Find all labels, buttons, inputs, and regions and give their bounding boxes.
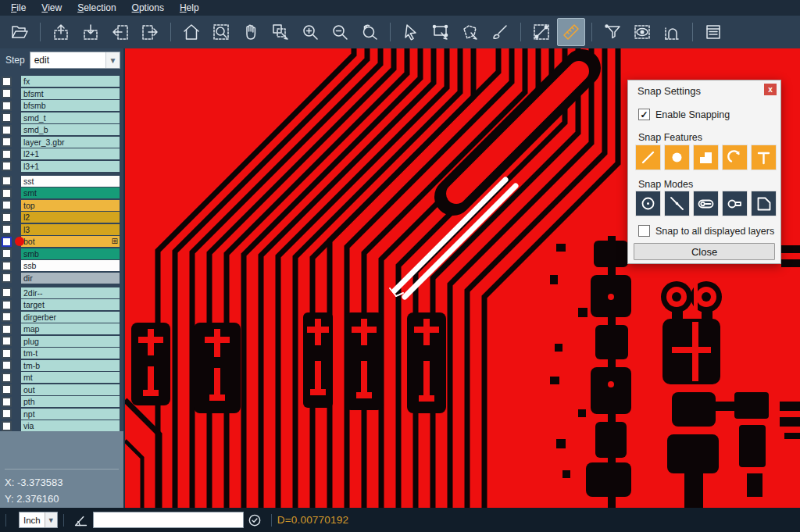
layer-row-bfsmb[interactable]: bfsmb xyxy=(2,100,120,111)
layer-row-l2[interactable]: l2 xyxy=(2,212,120,223)
layer-visibility-checkbox[interactable] xyxy=(2,300,12,310)
home-view-icon[interactable] xyxy=(177,18,205,46)
layers-panel-icon[interactable] xyxy=(699,18,727,46)
ruler-icon[interactable] xyxy=(557,18,585,46)
layer-visibility-checkbox[interactable] xyxy=(2,261,12,271)
layer-visibility-checkbox[interactable] xyxy=(2,248,12,259)
layer-row-tm-t[interactable]: tm-t xyxy=(2,348,120,359)
layer-visibility-checkbox[interactable] xyxy=(2,312,12,322)
layer-visibility-checkbox[interactable] xyxy=(2,336,12,346)
snap-all-layers-checkbox[interactable] xyxy=(638,225,650,237)
layer-visibility-checkbox[interactable] xyxy=(2,149,12,159)
layer-row-tm-b[interactable]: tm-b xyxy=(2,360,120,371)
sync-check-icon[interactable] xyxy=(247,512,262,528)
matrix-grid-icon[interactable]: ⊞ xyxy=(112,236,120,247)
menu-options[interactable]: Options xyxy=(124,0,172,16)
layer-row-bfsmt[interactable]: bfsmt xyxy=(2,88,120,99)
select-polygon-icon[interactable] xyxy=(456,18,484,46)
zoom-out-icon[interactable] xyxy=(326,18,354,46)
snap-mode-midpoint-icon[interactable] xyxy=(664,191,690,216)
layer-visibility-checkbox[interactable] xyxy=(2,409,12,419)
chevron-down-icon[interactable]: ▼ xyxy=(45,512,57,527)
layer-row-npt[interactable]: npt xyxy=(2,409,120,420)
select-cursor-icon[interactable] xyxy=(397,18,425,46)
snap-feature-circle-icon[interactable] xyxy=(664,145,690,170)
layer-row-smd_t[interactable]: smd_t xyxy=(2,112,120,123)
layer-row-target[interactable]: target xyxy=(2,299,120,310)
layer-row-l3[interactable]: l3 xyxy=(2,224,120,235)
snap-mode-pad-slot-icon[interactable] xyxy=(693,191,719,216)
layer-visibility-checkbox[interactable] xyxy=(2,224,12,234)
menu-view[interactable]: View xyxy=(34,0,70,16)
zoom-object-icon[interactable] xyxy=(266,18,295,46)
layer-row-l3+1[interactable]: l3+1 xyxy=(2,161,120,172)
export-left-icon[interactable] xyxy=(106,18,134,46)
layer-row-dir[interactable]: dir xyxy=(2,273,120,284)
layer-row-mt[interactable]: mt xyxy=(2,372,120,383)
layer-visibility-checkbox[interactable] xyxy=(2,324,12,334)
zoom-in-icon[interactable] xyxy=(296,18,324,46)
layer-visibility-checkbox[interactable] xyxy=(2,287,12,298)
layer-visibility-checkbox[interactable] xyxy=(2,348,12,359)
layer-row-map[interactable]: map xyxy=(2,323,120,334)
import-up-icon[interactable] xyxy=(47,18,75,46)
angle-icon[interactable] xyxy=(73,512,90,529)
unit-dropdown[interactable]: Inch ▼ xyxy=(19,512,58,528)
layer-row-pth[interactable]: pth xyxy=(2,396,120,407)
layer-row-smd_b[interactable]: smd_b xyxy=(2,124,120,135)
import-down-icon[interactable] xyxy=(77,18,105,46)
layer-visibility-checkbox[interactable] xyxy=(2,112,12,123)
menu-help[interactable]: Help xyxy=(172,0,207,16)
layer-row-fx[interactable]: fx xyxy=(2,76,120,87)
clean-brush-icon[interactable] xyxy=(486,18,514,46)
layer-row-bot[interactable]: bot⊞ xyxy=(2,236,120,247)
layer-visibility-checkbox[interactable] xyxy=(2,88,12,98)
layer-visibility-checkbox[interactable] xyxy=(2,373,12,383)
view-eye-icon[interactable] xyxy=(628,18,656,46)
export-right-icon[interactable] xyxy=(136,18,164,46)
snap-feature-surface-icon[interactable] xyxy=(693,145,719,170)
layer-visibility-checkbox[interactable] xyxy=(2,397,12,407)
close-icon[interactable]: x xyxy=(764,84,777,95)
layer-visibility-checkbox[interactable] xyxy=(2,101,12,111)
layer-visibility-checkbox[interactable] xyxy=(2,137,12,147)
layer-visibility-checkbox[interactable] xyxy=(2,237,12,247)
snap-mode-contour-icon[interactable] xyxy=(751,191,777,216)
snap-feature-arc-icon[interactable] xyxy=(722,145,748,170)
layer-visibility-checkbox[interactable] xyxy=(2,161,12,171)
layer-visibility-checkbox[interactable] xyxy=(2,421,12,431)
layer-visibility-checkbox[interactable] xyxy=(2,360,12,370)
zoom-previous-icon[interactable] xyxy=(355,18,384,46)
layer-row-smt[interactable]: smt xyxy=(2,187,120,198)
chevron-down-icon[interactable]: ▼ xyxy=(105,52,120,68)
snap-curve-icon[interactable] xyxy=(658,18,686,46)
enable-snapping-checkbox[interactable] xyxy=(638,109,650,120)
layer-visibility-checkbox[interactable] xyxy=(2,384,12,395)
menu-file[interactable]: File xyxy=(3,0,34,16)
select-rect-icon[interactable] xyxy=(427,18,455,46)
pan-hand-icon[interactable] xyxy=(237,18,265,46)
layer-row-dirgerber[interactable]: dirgerber xyxy=(2,312,120,323)
snap-feature-line-icon[interactable] xyxy=(635,145,661,170)
layer-row-sst[interactable]: sst xyxy=(2,176,120,187)
layer-row-top[interactable]: top xyxy=(2,200,120,211)
open-folder-icon[interactable] xyxy=(5,18,34,46)
layer-visibility-checkbox[interactable] xyxy=(2,125,12,135)
menu-selection[interactable]: Selection xyxy=(70,0,123,16)
layer-row-layer_3.gbr[interactable]: layer_3.gbr xyxy=(2,137,120,148)
layer-row-out[interactable]: out xyxy=(2,384,120,395)
layer-visibility-checkbox[interactable] xyxy=(2,273,12,283)
filter-icon[interactable] xyxy=(598,18,627,46)
layer-row-2dir--[interactable]: 2dir-- xyxy=(2,287,120,298)
step-dropdown[interactable]: edit ▼ xyxy=(30,52,120,69)
snap-feature-text-icon[interactable] xyxy=(751,145,777,170)
layer-row-smb[interactable]: smb xyxy=(2,248,120,259)
layer-visibility-checkbox[interactable] xyxy=(2,212,12,223)
layer-row-ssb[interactable]: ssb xyxy=(2,260,120,271)
layer-visibility-checkbox[interactable] xyxy=(2,176,12,186)
layer-row-plug[interactable]: plug xyxy=(2,336,120,347)
layer-row-l2+1[interactable]: l2+1 xyxy=(2,148,120,159)
layer-visibility-checkbox[interactable] xyxy=(2,77,12,87)
measure-line-icon[interactable] xyxy=(527,18,555,46)
command-input[interactable] xyxy=(93,512,244,528)
